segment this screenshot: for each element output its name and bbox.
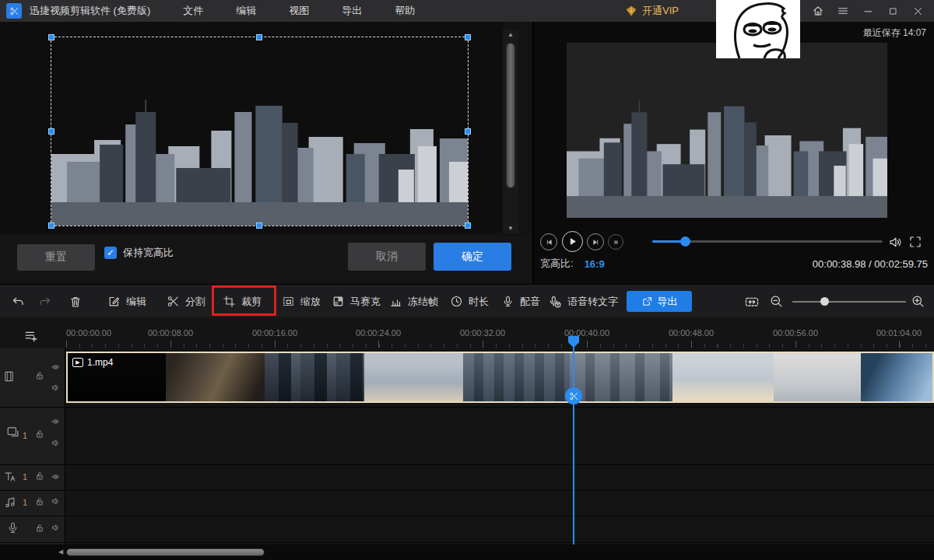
redo-button[interactable] bbox=[37, 285, 52, 318]
close-button[interactable] bbox=[909, 2, 926, 19]
menu-view[interactable]: 视图 bbox=[289, 4, 309, 18]
crop-handle-bottom-left[interactable] bbox=[48, 222, 54, 229]
mosaic-tool[interactable]: 马赛克 bbox=[332, 285, 381, 318]
overlay-track-mute-icon[interactable] bbox=[50, 438, 61, 448]
music-track-lock-icon[interactable] bbox=[34, 496, 45, 507]
video-track-mute-icon[interactable] bbox=[50, 383, 61, 393]
crop-handle-top-mid[interactable] bbox=[256, 34, 262, 40]
speech-to-text-tool[interactable]: 语音转文字 bbox=[548, 285, 618, 318]
text-track-visibility-icon[interactable] bbox=[50, 472, 61, 481]
maximize-button[interactable] bbox=[884, 2, 901, 19]
keep-ratio-option[interactable]: ✓ 保持宽高比 bbox=[104, 246, 174, 260]
crop-tool[interactable]: 裁剪 bbox=[223, 285, 262, 318]
crop-handle-bottom-mid[interactable] bbox=[256, 222, 262, 229]
video-clip[interactable]: ▶ 1.mp4 bbox=[66, 352, 934, 403]
aspect-value[interactable]: 16:9 bbox=[585, 258, 605, 270]
scroll-down-icon[interactable]: ▼ bbox=[503, 225, 518, 232]
zoom-out-icon bbox=[769, 294, 784, 309]
crop-handle-top-left[interactable] bbox=[48, 34, 54, 40]
ruler-label: 00:00:24.00 bbox=[356, 328, 401, 338]
export-button[interactable]: 导出 bbox=[627, 291, 692, 312]
scale-tool[interactable]: 缩放 bbox=[282, 285, 321, 318]
music-track-mute-icon[interactable] bbox=[50, 496, 61, 506]
timeline-zoom-in-button[interactable] bbox=[911, 285, 925, 318]
prev-frame-button[interactable] bbox=[540, 233, 557, 250]
cancel-button[interactable]: 取消 bbox=[348, 243, 426, 271]
timecode: 00:00:38.98 / 00:02:59.75 bbox=[813, 258, 928, 270]
ruler-label: 00:00:56.00 bbox=[773, 328, 818, 338]
last-saved-label: 最近保存 14:07 bbox=[863, 26, 926, 40]
menu-export[interactable]: 导出 bbox=[342, 4, 362, 18]
split-tool[interactable]: 分割 bbox=[167, 285, 205, 318]
edit-tool[interactable]: 编辑 bbox=[107, 285, 146, 318]
menu-help[interactable]: 帮助 bbox=[395, 4, 415, 18]
vip-button[interactable]: 开通VIP bbox=[625, 4, 679, 18]
home-button[interactable] bbox=[809, 2, 827, 19]
undo-button[interactable] bbox=[11, 285, 26, 318]
crop-handle-mid-right[interactable] bbox=[465, 128, 471, 135]
seek-bar-thumb[interactable] bbox=[680, 236, 690, 247]
stop-button[interactable] bbox=[608, 234, 623, 250]
ruler-major-ticks bbox=[66, 341, 934, 348]
timeline-hscroll-thumb[interactable] bbox=[66, 548, 265, 556]
voice-track-lock-icon[interactable] bbox=[34, 523, 45, 534]
timeline-zoom-slider[interactable] bbox=[792, 301, 906, 303]
clip-thumbnail bbox=[265, 353, 364, 401]
reset-button[interactable]: 重置 bbox=[17, 244, 95, 271]
fullscreen-button[interactable] bbox=[908, 235, 922, 249]
video-track-icon bbox=[2, 366, 16, 387]
freeze-frame-tool[interactable]: 冻结帧 bbox=[389, 285, 438, 318]
crop-vertical-scrollbar[interactable]: ▲ ▼ bbox=[503, 30, 518, 233]
timeline-ruler[interactable]: 00:00:00.00 00:00:08.00 00:00:16.00 00:0… bbox=[0, 320, 934, 348]
play-button[interactable] bbox=[562, 231, 583, 252]
volume-button[interactable] bbox=[888, 235, 903, 250]
export-button-label: 导出 bbox=[658, 295, 678, 309]
dubbing-tool[interactable]: 配音 bbox=[501, 285, 540, 318]
timeline-horizontal-scrollbar[interactable]: ◀ bbox=[0, 544, 934, 560]
edit-icon bbox=[107, 295, 121, 308]
voice-track-mute-icon[interactable] bbox=[50, 523, 61, 533]
playhead-split-button[interactable] bbox=[565, 387, 582, 404]
keep-ratio-checkbox[interactable]: ✓ bbox=[104, 247, 117, 259]
app-window: 迅捷视频剪辑软件 (免费版) 文件 编辑 视图 导出 帮助 开通VIP bbox=[0, 0, 934, 560]
text-track-lock-icon[interactable] bbox=[34, 471, 45, 481]
timeline-zoom-out-button[interactable] bbox=[769, 285, 784, 318]
crop-vscroll-thumb[interactable] bbox=[506, 43, 515, 188]
split-scissors-icon bbox=[167, 295, 180, 308]
close-icon bbox=[912, 5, 924, 17]
export-icon bbox=[641, 296, 653, 307]
scroll-up-icon[interactable]: ▲ bbox=[503, 31, 518, 38]
delete-button[interactable] bbox=[68, 285, 83, 318]
crop-handle-bottom-right[interactable] bbox=[465, 222, 471, 229]
voice-track-icon bbox=[6, 521, 19, 534]
menu-file[interactable]: 文件 bbox=[183, 4, 203, 18]
minimize-button[interactable] bbox=[859, 2, 876, 19]
zoom-in-icon bbox=[911, 294, 925, 309]
ruler-label: 00:00:08.00 bbox=[148, 328, 193, 338]
clip-thumbnail bbox=[166, 353, 265, 401]
clip-play-badge-icon: ▶ bbox=[72, 358, 83, 367]
confirm-button[interactable]: 确定 bbox=[434, 243, 511, 271]
overlay-track-lock-icon[interactable] bbox=[34, 429, 45, 439]
main-menu-button[interactable] bbox=[834, 2, 851, 19]
next-frame-button[interactable] bbox=[587, 233, 604, 250]
playhead-line[interactable] bbox=[573, 347, 574, 544]
duration-tool[interactable]: 时长 bbox=[450, 285, 489, 318]
scale-icon bbox=[282, 295, 295, 308]
home-icon bbox=[812, 5, 824, 17]
hamburger-icon bbox=[837, 5, 849, 17]
menu-edit[interactable]: 编辑 bbox=[236, 4, 256, 18]
crop-selection[interactable] bbox=[51, 37, 468, 226]
crop-tool-label: 裁剪 bbox=[241, 295, 262, 309]
timeline-zoom-slider-thumb[interactable] bbox=[820, 297, 829, 306]
video-track-visibility-icon[interactable] bbox=[50, 362, 61, 372]
crop-handle-top-right[interactable] bbox=[465, 34, 471, 40]
video-track-lock-icon[interactable] bbox=[34, 370, 45, 381]
overlay-track-visibility-icon[interactable] bbox=[50, 417, 61, 426]
stop-icon bbox=[612, 238, 620, 247]
app-logo-icon bbox=[6, 3, 22, 19]
crop-handle-mid-left[interactable] bbox=[48, 128, 54, 135]
scroll-left-icon[interactable]: ◀ bbox=[58, 548, 63, 555]
fit-timeline-button[interactable] bbox=[743, 285, 760, 318]
seek-bar[interactable] bbox=[652, 240, 883, 243]
